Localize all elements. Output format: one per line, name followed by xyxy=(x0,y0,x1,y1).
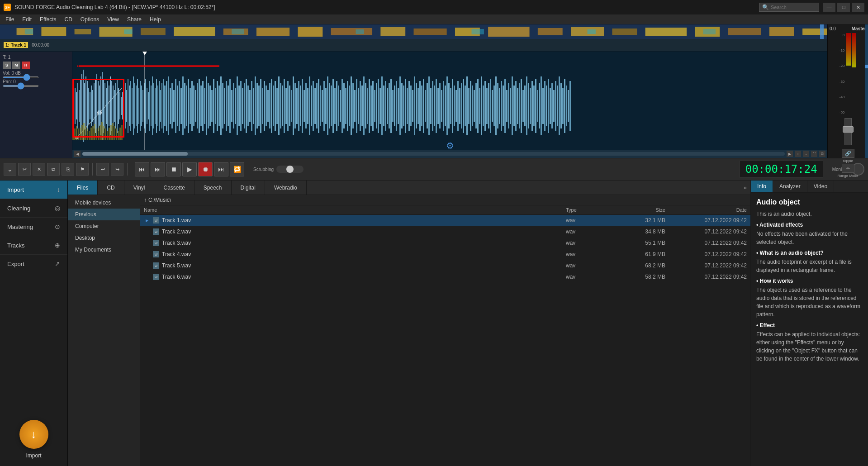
svg-rect-275 xyxy=(474,90,475,122)
svg-text:⚙: ⚙ xyxy=(446,141,454,151)
navigate-up-button[interactable]: ↑ xyxy=(144,197,147,203)
skip-to-end-button[interactable]: ⏭ xyxy=(214,162,228,176)
menu-item-cd[interactable]: CD xyxy=(61,15,76,24)
svg-rect-110 xyxy=(175,79,176,133)
volume-slider[interactable] xyxy=(3,76,39,78)
menu-item-file[interactable]: File xyxy=(2,15,18,24)
expand-button[interactable]: ⊡ xyxy=(819,151,825,157)
solo-button[interactable]: S xyxy=(3,62,11,69)
svg-rect-187 xyxy=(314,88,316,124)
file-row[interactable]: W Track 6.wav wav 58.2 MB 07.12.2022 09:… xyxy=(140,271,750,283)
col-size[interactable]: Size xyxy=(620,207,665,213)
col-type[interactable]: Type xyxy=(566,207,620,213)
copy-button[interactable]: ⧉ xyxy=(47,163,60,176)
maximize-button[interactable]: □ xyxy=(837,3,850,12)
file-row[interactable]: ▶ W Track 1.wav wav 32.1 MB 07.12.2022 0… xyxy=(140,215,750,226)
link-icon-button[interactable]: 🔗 xyxy=(842,149,854,158)
svg-rect-308 xyxy=(533,86,535,126)
menu-item-view[interactable]: View xyxy=(104,15,123,24)
search-input[interactable] xyxy=(771,5,816,10)
tab-files[interactable]: Files xyxy=(68,181,98,195)
stop-button[interactable]: ⏹ xyxy=(166,162,181,176)
loop-button[interactable]: 🔁 xyxy=(230,162,244,176)
scroll-right-button[interactable]: ▶ xyxy=(787,151,793,157)
prev-button[interactable]: ⏭ xyxy=(151,162,165,176)
col-name[interactable]: Name xyxy=(144,207,566,213)
sidebar-item-cleaning[interactable]: Cleaning ◎ xyxy=(0,199,67,218)
tab-cd[interactable]: CD xyxy=(98,181,124,195)
scissors-button[interactable]: ✂ xyxy=(18,163,31,176)
svg-rect-59 xyxy=(103,79,104,133)
redo-button[interactable]: ↪ xyxy=(111,163,123,176)
svg-rect-157 xyxy=(260,79,261,133)
menu-item-effects[interactable]: Effects xyxy=(36,15,60,24)
pan-slider[interactable] xyxy=(3,85,39,87)
svg-rect-232 xyxy=(396,81,397,131)
flag-button[interactable]: ⚑ xyxy=(76,163,89,176)
close-button[interactable]: ✕ xyxy=(852,3,864,12)
master-fader[interactable] xyxy=(844,118,852,145)
import-circle-button[interactable]: ↓ xyxy=(19,420,48,449)
fader-thumb[interactable] xyxy=(843,126,854,133)
svg-rect-128 xyxy=(208,83,209,128)
location-previous[interactable]: Previous xyxy=(68,209,140,220)
undo-button[interactable]: ↩ xyxy=(96,163,109,176)
arrow-down-button[interactable]: ⌄ xyxy=(4,163,16,176)
tab-speech[interactable]: Speech xyxy=(194,181,232,195)
fader-track[interactable] xyxy=(844,118,852,145)
sidebar-item-export[interactable]: Export ↗ xyxy=(0,255,67,273)
zoom-out-button[interactable]: - xyxy=(803,151,809,157)
col-date[interactable]: Date xyxy=(665,207,747,213)
svg-rect-137 xyxy=(224,88,225,124)
tab-vinyl[interactable]: Vinyl xyxy=(124,181,155,195)
menu-item-options[interactable]: Options xyxy=(77,15,103,24)
fit-button[interactable]: ⛶ xyxy=(811,151,817,157)
location-mobile[interactable]: Mobile devices xyxy=(68,197,140,209)
sidebar-item-mastering[interactable]: Mastering ⊙ xyxy=(0,218,67,236)
file-row[interactable]: W Track 2.wav wav 34.8 MB 07.12.2022 09:… xyxy=(140,226,750,238)
file-row[interactable]: W Track 5.wav wav 68.2 MB 07.12.2022 09:… xyxy=(140,260,750,271)
location-desktop[interactable]: Desktop xyxy=(68,232,140,244)
scroll-track[interactable] xyxy=(82,152,785,156)
browser-tabs-more[interactable]: » xyxy=(740,181,750,195)
waveform-scrollbar[interactable]: ◀ ▶ + - ⛶ ⊡ xyxy=(72,150,827,158)
scrubbing-knob[interactable] xyxy=(276,166,304,173)
delete-button[interactable]: ✕ xyxy=(33,163,45,176)
sidebar-item-tracks[interactable]: Tracks ⊕ xyxy=(0,236,67,255)
tab-webradio[interactable]: Webradio xyxy=(265,181,307,195)
file-type-cell: wav xyxy=(566,251,620,257)
paste-button[interactable]: ⎘ xyxy=(62,163,74,176)
file-row[interactable]: W Track 3.wav wav 55.1 MB 07.12.2022 09:… xyxy=(140,238,750,249)
file-row[interactable]: W Track 4.wav wav 61.9 MB 07.12.2022 09:… xyxy=(140,249,750,260)
record-button[interactable]: ⏺ xyxy=(198,162,213,176)
range-mode-icon-button[interactable]: ⇔ xyxy=(842,164,854,173)
svg-rect-209 xyxy=(354,90,356,122)
tab-cassette[interactable]: Cassette xyxy=(154,181,194,195)
file-name-cell: W Track 6.wav xyxy=(144,274,566,280)
svg-rect-226 xyxy=(385,81,386,131)
menu-item-share[interactable]: Share xyxy=(123,15,145,24)
mute-button[interactable]: M xyxy=(12,62,20,69)
file-name-text: Track 6.wav xyxy=(162,274,191,280)
svg-rect-143 xyxy=(235,88,236,124)
menu-item-help[interactable]: Help xyxy=(146,15,165,24)
skip-to-start-button[interactable]: ⏮ xyxy=(135,162,149,176)
search-box[interactable]: 🔍 xyxy=(759,3,819,12)
svg-rect-353 xyxy=(116,128,117,140)
tab-video[interactable]: Video xyxy=(807,181,834,192)
scroll-left-button[interactable]: ◀ xyxy=(74,151,81,157)
minimize-button[interactable]: — xyxy=(823,3,835,12)
tab-analyzer[interactable]: Analyzer xyxy=(773,181,807,192)
svg-rect-3 xyxy=(41,27,66,36)
location-mydocs[interactable]: My Documents xyxy=(68,244,140,256)
record-arm-button[interactable]: R xyxy=(22,62,30,69)
zoom-in-button[interactable]: + xyxy=(795,151,801,157)
tab-info[interactable]: Info xyxy=(751,181,773,192)
sidebar-item-import[interactable]: Import ↓ xyxy=(0,181,67,199)
svg-rect-73 xyxy=(122,92,123,119)
svg-rect-155 xyxy=(256,83,258,128)
menu-item-edit[interactable]: Edit xyxy=(19,15,35,24)
location-computer[interactable]: Computer xyxy=(68,220,140,232)
play-button[interactable]: ▶ xyxy=(182,162,197,176)
tab-digital[interactable]: Digital xyxy=(232,181,265,195)
